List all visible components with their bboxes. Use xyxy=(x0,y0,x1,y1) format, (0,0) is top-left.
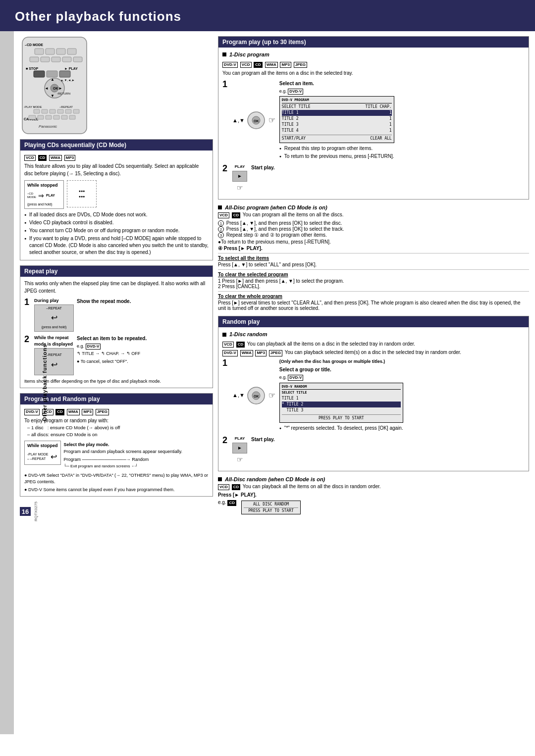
svg-rect-29 xyxy=(42,109,48,113)
random-step-2: 2 PLAY ► ☞ Start play. xyxy=(222,436,525,465)
bullet-1disc: – 1 disc : ensure CD Mode (→ above) is o… xyxy=(27,424,209,431)
step2r-icon: PLAY ► ☞ xyxy=(232,436,247,465)
repeat-title: Repeat play xyxy=(20,266,213,277)
cd-mode-bullets: If all loaded discs are DVDs, CD Mode do… xyxy=(24,211,209,256)
repeat-section: Repeat play This works only when the ela… xyxy=(20,265,213,388)
repeat-step-2: 2 While the repeatmode is displayed –REP… xyxy=(24,335,209,375)
cd-mode-indicator: ●●● ●●● xyxy=(67,180,97,207)
pr-action-label: Select the play mode. xyxy=(64,442,182,449)
to-select-all-title: To select all the items xyxy=(218,255,529,261)
svg-rect-5 xyxy=(67,49,76,54)
svg-rect-34 xyxy=(29,115,36,119)
content-area: Other playback functions –CD MODE xyxy=(0,31,535,734)
program-screen: DVD-V PROGRAM SELECT TITLE TITLE CHAP. T… xyxy=(279,96,394,143)
all-disc-random-tags: VCD CD You can playback all the items on… xyxy=(218,484,529,490)
cd-mode-body: VCD CD WMA MP3 This feature allows you t… xyxy=(20,151,213,260)
all-disc-tags: VCD CD You can program all the items on … xyxy=(218,212,529,218)
svg-rect-31 xyxy=(57,109,63,113)
arrows-icon-2: ▲,▼ xyxy=(232,391,245,400)
svg-rect-38 xyxy=(61,115,67,119)
to-clear-whole: To clear the whole program Press [►] sev… xyxy=(218,294,529,311)
program-step-num-1: 1 xyxy=(222,80,229,89)
svg-text:–REPEAT: –REPEAT xyxy=(59,105,73,108)
black-sq-3 xyxy=(222,333,226,337)
random-row-1: TITLE 1 xyxy=(282,396,401,402)
step-2-when: While the repeatmode is displayed xyxy=(34,335,74,348)
step-2-chain: ↰ TITLE → ↰ CHAP. → ↰ OFF xyxy=(77,351,147,357)
tag-jpeg: JPEG xyxy=(96,409,109,415)
finger-icon-2: ☞ xyxy=(237,183,243,193)
program-random-intro: To enjoy program or random play with: xyxy=(24,417,209,424)
random-row-2: * TITLE 2 xyxy=(282,402,401,407)
circle-3: 3 xyxy=(218,232,224,238)
bullet-item: If all loaded discs are DVDs, CD Mode do… xyxy=(24,211,209,218)
svg-rect-14 xyxy=(47,71,57,77)
bullet-item: You cannot turn CD Mode on or off during… xyxy=(24,227,209,234)
random-step-num-1: 1 xyxy=(222,358,229,367)
tag-cd5: CD xyxy=(236,342,245,348)
tag-wma4: WMA xyxy=(240,350,253,356)
all-disc-return-note: ●To return to the previous menu, press [… xyxy=(218,239,529,245)
finger-icon-4: ☞ xyxy=(237,454,243,465)
step-1-action: Show the repeat mode. xyxy=(77,298,131,332)
tag-wma: WMA xyxy=(49,155,62,161)
to-clear-step-2: 2 Press [CANCEL]. xyxy=(218,284,529,289)
svg-rect-8 xyxy=(52,57,60,62)
step1r-label: (Only when the disc has groups or multip… xyxy=(279,358,403,365)
step1-bullets: Repeat this step to program other items.… xyxy=(279,145,394,160)
repeat-diagram-2: –REPEAT ↩ xyxy=(34,348,74,375)
left-column: –CD MODE xyxy=(20,36,213,729)
select-title-header: SELECT TITLE xyxy=(282,390,401,396)
program-random-section: Program and Random play DVD-V VCD CD WMA… xyxy=(20,393,213,497)
svg-text:OK: OK xyxy=(254,395,259,398)
tag-cd4: CD xyxy=(232,212,241,218)
play-button-mock: ► xyxy=(232,171,247,182)
svg-rect-30 xyxy=(50,109,55,113)
col-select-title: SELECT TITLE xyxy=(282,104,311,110)
tag-dvdv4: DVD-V xyxy=(222,350,238,356)
all-disc-random-screen: ALL DISC RANDOM PRESS PLAY TO START xyxy=(241,501,301,514)
svg-rect-33 xyxy=(73,109,79,113)
pr-exit-flow: └─ Exit program and random screens ←┘ xyxy=(64,463,182,469)
svg-rect-7 xyxy=(41,57,50,62)
bullet-alldiscs: – all discs: ensure CD Mode is on xyxy=(27,431,209,438)
dvd-vr-note: ● DVD-VR Select "DATA" in "DVD-VR/DATA" … xyxy=(24,472,209,486)
step1r-icon-area: ▲,▼ OK ☞ xyxy=(232,358,275,433)
step-number-2: 2 xyxy=(24,335,31,344)
repeat-footer: Items shown differ depending on the type… xyxy=(24,378,209,385)
random-screen-header: DVD-V RANDOM xyxy=(282,384,401,390)
all-disc-random-section: All-Disc random (when CD Mode is on) VCD… xyxy=(218,476,529,515)
svg-rect-4 xyxy=(56,49,65,54)
step1-icon-area: ▲,▼ OK ☞ xyxy=(232,80,275,161)
svg-rect-35 xyxy=(38,115,44,119)
screen-footer: START/PLAY CLEAR ALL xyxy=(282,135,392,142)
step2-action: Start play. xyxy=(251,164,275,192)
step-number: 1 xyxy=(24,298,31,306)
random-row-3: TITLE 3 xyxy=(282,407,401,413)
tag-vcd4: VCD xyxy=(218,212,229,218)
all-disc-random-example: e.g. CD xyxy=(218,500,237,506)
to-select-all: To select all the items Press [▲, ▼] to … xyxy=(218,255,529,267)
step-2-cancel: ● To cancel, select "OFF". xyxy=(77,358,147,365)
all-disc-program-section: All-Disc program (when CD Mode is on) VC… xyxy=(218,204,529,311)
svg-rect-37 xyxy=(54,115,59,119)
random-play-section: Random play 1-Disc random VCD CD You can… xyxy=(218,316,529,471)
repeat-description: This works only when the elapsed play ti… xyxy=(24,280,209,295)
screen-row-2: TITLE 21 xyxy=(282,116,392,122)
pr-action: Select the play mode. Program and random… xyxy=(64,441,182,469)
svg-rect-39 xyxy=(69,115,75,119)
pr-description: Program and random playback screens appe… xyxy=(64,449,182,455)
svg-rect-28 xyxy=(34,109,40,113)
repeat-title-text: Repeat play xyxy=(24,268,57,275)
black-square-icon xyxy=(222,52,226,56)
random-tags-2: DVD-V WMA MP3 JPEG You can playback sele… xyxy=(222,349,525,356)
ok-btn-area: OK xyxy=(247,111,266,130)
step-2-example: e.g. DVD-V xyxy=(77,343,147,350)
tag-dvdv5: DVD-V xyxy=(288,375,303,381)
program-play-title-text: Program play (up to 30 items) xyxy=(222,39,306,46)
while-stopped-box: While stopped –CD MODE ⇒ PLAY (press xyxy=(24,180,64,209)
step2r-action: Start play. xyxy=(251,436,275,464)
step2-icon: PLAY ► ☞ xyxy=(232,164,247,193)
svg-text:◄: ◄ xyxy=(45,86,49,91)
dvd-v-note: ● DVD-V Some items cannot be played even… xyxy=(24,487,209,494)
